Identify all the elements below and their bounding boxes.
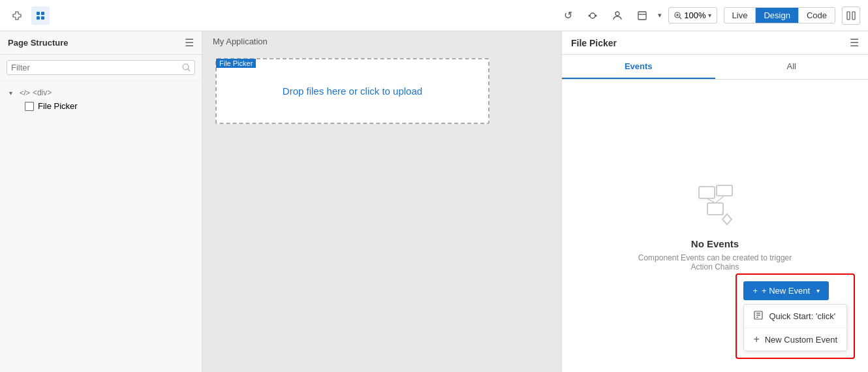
app-header: My Application — [202, 31, 561, 52]
svg-point-16 — [183, 64, 189, 70]
new-event-label: + New Event — [762, 286, 810, 296]
right-panel-title: File Picker — [571, 38, 617, 48]
right-tabs: Events All — [562, 55, 868, 80]
right-content: No Events Component Events can be create… — [562, 80, 868, 372]
tree-root-tag: <div> — [33, 88, 52, 97]
filter-area — [0, 55, 202, 81]
filter-input[interactable] — [11, 63, 182, 72]
right-panel-menu-icon[interactable]: ☰ — [850, 37, 859, 49]
design-btn[interactable]: Design — [756, 8, 798, 23]
chevron-down-icon: ▾ — [658, 11, 662, 20]
svg-rect-15 — [852, 12, 855, 20]
tree-root-item[interactable]: ▾ </> <div> — [7, 86, 195, 99]
svg-rect-3 — [41, 16, 44, 20]
svg-rect-8 — [638, 12, 646, 20]
svg-line-23 — [722, 209, 723, 214]
svg-point-4 — [590, 13, 595, 18]
canvas-area[interactable]: File Picker Drop files here or click to … — [202, 52, 561, 372]
svg-point-7 — [615, 12, 619, 16]
puzzle-icon-btn[interactable] — [8, 7, 26, 25]
live-btn[interactable]: Live — [724, 8, 756, 23]
new-event-dropdown-container: + + New Event ▾ — [736, 273, 855, 359]
svg-line-22 — [715, 196, 724, 203]
columns-icon-btn[interactable] — [842, 7, 860, 25]
svg-line-17 — [188, 69, 190, 71]
filter-input-wrap — [7, 60, 195, 75]
svg-point-6 — [595, 14, 597, 16]
new-custom-event-item[interactable]: + New Custom Event — [744, 328, 846, 350]
new-event-button[interactable]: + + New Event ▾ — [743, 281, 829, 300]
tree-child-item[interactable]: File Picker — [22, 99, 195, 113]
svg-rect-19 — [717, 185, 732, 196]
view-mode-group: Live Design Code — [724, 7, 835, 23]
code-bracket-icon: </> — [20, 89, 30, 97]
left-panel-title: Page Structure — [8, 38, 68, 48]
tree-child-label: File Picker — [38, 101, 78, 111]
svg-line-21 — [707, 198, 715, 203]
new-custom-event-label: New Custom Event — [765, 335, 837, 345]
center-panel: My Application File Picker Drop files he… — [202, 31, 561, 372]
empty-title: No Events — [691, 238, 739, 249]
file-picker-widget[interactable]: File Picker Drop files here or click to … — [215, 58, 489, 124]
right-panel-header: File Picker ☰ — [562, 31, 868, 55]
search-icon — [182, 63, 191, 72]
empty-desc: Component Events can be created to trigg… — [630, 253, 800, 271]
user-btn[interactable] — [608, 7, 627, 25]
left-panel-menu-icon[interactable]: ☰ — [185, 37, 194, 49]
tree-arrow-icon: ▾ — [9, 89, 17, 97]
plus-icon: + — [752, 286, 758, 296]
svg-rect-2 — [37, 16, 40, 20]
empty-state-icon — [689, 180, 741, 228]
svg-point-5 — [589, 14, 591, 16]
undo-btn[interactable]: ↺ — [559, 7, 577, 25]
settings-btn[interactable] — [583, 7, 602, 25]
chevron-down-icon: ▾ — [816, 287, 820, 294]
file-picker-drop-zone[interactable]: Drop files here or click to upload — [217, 59, 488, 123]
app-name: My Application — [213, 37, 268, 46]
left-panel-header: Page Structure ☰ — [0, 31, 202, 55]
file-picker-widget-label: File Picker — [216, 59, 256, 68]
tab-all[interactable]: All — [715, 55, 869, 79]
top-bar: ↺ ▾ — [0, 0, 868, 31]
layout-btn[interactable] — [633, 7, 651, 25]
grid-icon-btn[interactable] — [31, 7, 50, 25]
file-picker-tree-icon — [25, 102, 34, 111]
toolbar-right: ↺ ▾ — [559, 7, 860, 25]
new-event-dropdown-menu: Quick Start: 'click' + New Custom Event — [743, 304, 847, 351]
quick-start-item[interactable]: Quick Start: 'click' — [744, 305, 846, 328]
svg-rect-1 — [41, 12, 44, 15]
main-layout: Page Structure ☰ ▾ </> <div> File Picker — [0, 31, 868, 372]
svg-rect-18 — [699, 187, 715, 198]
quick-start-label: Quick Start: 'click' — [769, 311, 835, 321]
zoom-control[interactable]: 100% ▾ — [668, 7, 717, 23]
zoom-chevron: ▾ — [708, 12, 711, 19]
quick-start-icon — [753, 310, 764, 322]
svg-rect-14 — [847, 12, 850, 20]
add-icon: + — [753, 333, 759, 345]
tab-events[interactable]: Events — [562, 55, 715, 79]
svg-rect-20 — [707, 203, 723, 215]
zoom-level: 100% — [684, 10, 705, 20]
left-panel: Page Structure ☰ ▾ </> <div> File Picker — [0, 31, 202, 372]
right-panel: File Picker ☰ Events All — [561, 31, 868, 372]
svg-rect-0 — [37, 12, 40, 15]
code-btn[interactable]: Code — [799, 8, 835, 23]
tree-area: ▾ </> <div> File Picker — [0, 81, 202, 118]
svg-line-11 — [679, 17, 681, 19]
